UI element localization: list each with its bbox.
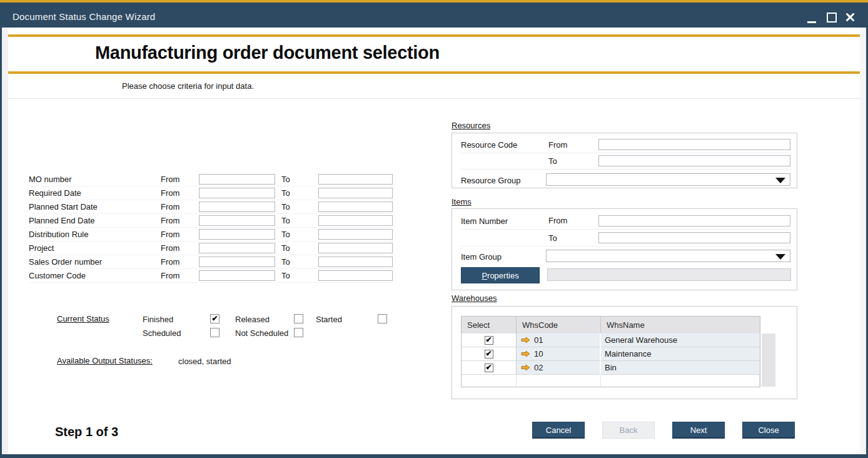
minimize-icon[interactable] bbox=[807, 21, 816, 23]
from-input[interactable] bbox=[199, 243, 275, 253]
item-to-label: To bbox=[548, 233, 557, 243]
properties-value-field bbox=[547, 268, 791, 281]
from-input[interactable] bbox=[199, 215, 275, 226]
resource-group-label: Resource Group bbox=[461, 176, 520, 185]
range-row: Customer Code From To bbox=[29, 269, 393, 283]
range-row: MO number From To bbox=[29, 173, 393, 186]
maximize-icon[interactable] bbox=[827, 13, 837, 23]
from-input[interactable] bbox=[199, 201, 275, 212]
properties-button[interactable]: Properties bbox=[461, 267, 540, 283]
link-arrow-icon[interactable] bbox=[521, 337, 530, 344]
status-option-label: Scheduled bbox=[143, 328, 181, 338]
left-gutter bbox=[2, 28, 8, 454]
to-input[interactable] bbox=[318, 201, 393, 212]
status-option-label: Not Scheduled bbox=[235, 328, 288, 338]
resource-from-label: From bbox=[548, 140, 567, 150]
item-number-to-input[interactable] bbox=[598, 232, 790, 243]
items-section-title: Items bbox=[452, 197, 472, 206]
to-input[interactable] bbox=[318, 270, 393, 281]
range-row: Planned Start Date From To bbox=[29, 200, 393, 214]
to-input[interactable] bbox=[318, 229, 393, 240]
resources-section-title: Resources bbox=[452, 121, 490, 130]
to-label: To bbox=[281, 202, 318, 211]
row-select-checkbox[interactable] bbox=[485, 336, 493, 345]
from-label: From bbox=[161, 271, 199, 280]
from-input[interactable] bbox=[199, 174, 275, 185]
row-select-checkbox[interactable] bbox=[485, 364, 493, 372]
row-select-checkbox[interactable] bbox=[485, 350, 493, 359]
empty-table-row bbox=[462, 375, 760, 387]
warehouses-section-title: Warehouses bbox=[452, 293, 497, 303]
available-output-statuses-value: closed, started bbox=[178, 357, 231, 366]
to-input[interactable] bbox=[318, 215, 393, 226]
resource-code-from-input[interactable] bbox=[598, 139, 790, 150]
field-rule bbox=[461, 153, 791, 153]
not-scheduled-checkbox[interactable] bbox=[294, 328, 303, 337]
back-button[interactable]: Back bbox=[602, 422, 655, 439]
document-status-change-wizard-window: Document Status Change Wizard Manufactur… bbox=[0, 0, 868, 458]
to-input[interactable] bbox=[318, 257, 393, 267]
range-row: Required Date From To bbox=[29, 186, 393, 200]
from-label: From bbox=[161, 175, 199, 184]
field-label: Planned Start Date bbox=[29, 202, 161, 211]
to-input[interactable] bbox=[318, 188, 393, 198]
whsname-value: General Warehouse bbox=[601, 333, 760, 347]
item-number-from-input[interactable] bbox=[598, 215, 790, 226]
warehouse-row[interactable]: 01 General Warehouse bbox=[462, 333, 760, 347]
released-checkbox[interactable] bbox=[294, 314, 303, 323]
column-header-whscode: WhsCode bbox=[517, 317, 601, 333]
link-arrow-icon[interactable] bbox=[521, 364, 530, 371]
from-label: From bbox=[161, 216, 199, 225]
from-input[interactable] bbox=[199, 188, 275, 198]
from-label: From bbox=[161, 257, 199, 267]
resource-code-to-input[interactable] bbox=[598, 155, 790, 166]
item-group-label: Item Group bbox=[461, 252, 502, 262]
range-row: Sales Order number From To bbox=[29, 255, 393, 269]
page-title: Manufacturing order document selection bbox=[95, 43, 440, 63]
cancel-button[interactable]: Cancel bbox=[532, 422, 585, 439]
header-accent-line-bottom bbox=[8, 71, 860, 74]
from-input[interactable] bbox=[199, 270, 275, 281]
from-label: From bbox=[161, 243, 199, 253]
close-icon[interactable] bbox=[845, 12, 855, 23]
window-titlebar: Document Status Change Wizard bbox=[0, 3, 868, 28]
field-label: Distribution Rule bbox=[29, 230, 161, 239]
close-button[interactable]: Close bbox=[742, 422, 795, 439]
to-input[interactable] bbox=[318, 243, 393, 253]
window-border-bottom bbox=[0, 454, 868, 458]
current-status-label: Current Status bbox=[57, 314, 109, 323]
resource-group-dropdown[interactable] bbox=[546, 173, 790, 186]
warehouse-row[interactable]: 02 Bin bbox=[462, 361, 760, 375]
to-label: To bbox=[281, 230, 318, 239]
available-output-statuses-label: Available Output Statuses: bbox=[57, 356, 153, 365]
from-input[interactable] bbox=[199, 229, 275, 240]
resource-code-label: Resource Code bbox=[461, 140, 517, 150]
finished-checkbox[interactable] bbox=[210, 314, 220, 323]
warehouse-row[interactable]: 10 Maintenance bbox=[462, 347, 760, 361]
warehouses-table-scrollbar[interactable] bbox=[762, 333, 775, 387]
status-option-label: Released bbox=[235, 315, 270, 324]
started-checkbox[interactable] bbox=[378, 314, 387, 323]
whscode-value: 01 bbox=[534, 335, 543, 345]
page-subtitle: Please choose criteria for input data. bbox=[122, 81, 254, 91]
field-rule bbox=[461, 169, 791, 170]
item-group-dropdown[interactable] bbox=[546, 250, 790, 262]
field-rule bbox=[461, 229, 791, 230]
to-label: To bbox=[281, 175, 318, 184]
range-criteria-form: MO number From To Required Date From To … bbox=[29, 173, 393, 283]
from-label: From bbox=[161, 188, 199, 198]
range-row: Planned End Date From To bbox=[29, 214, 393, 228]
to-label: To bbox=[281, 243, 318, 253]
link-arrow-icon[interactable] bbox=[521, 350, 530, 357]
scheduled-checkbox[interactable] bbox=[210, 328, 220, 337]
item-number-label: Item Number bbox=[461, 216, 508, 226]
next-button[interactable]: Next bbox=[672, 422, 725, 439]
to-label: To bbox=[281, 271, 318, 280]
to-input[interactable] bbox=[318, 174, 393, 185]
from-input[interactable] bbox=[199, 257, 275, 267]
warehouses-table-header: Select WhsCode WhsName bbox=[462, 317, 760, 333]
whsname-value: Bin bbox=[601, 361, 760, 375]
whscode-value: 02 bbox=[534, 363, 543, 372]
from-label: From bbox=[161, 230, 199, 239]
header-divider bbox=[8, 98, 860, 99]
